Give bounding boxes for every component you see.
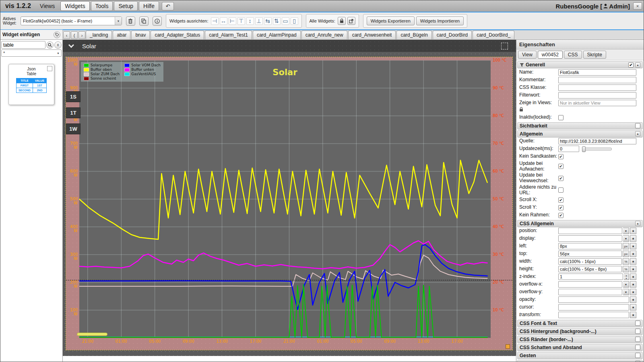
range-button-1w[interactable]: 1W (66, 123, 80, 134)
properties-tab-view[interactable]: View (518, 51, 537, 59)
property-select-overflow-x[interactable] (558, 281, 622, 288)
pin-panel-button[interactable] (54, 31, 60, 38)
section-header-sichtbarkeit[interactable]: Sichtbarkeit (517, 122, 643, 130)
section-header-css-font-text[interactable]: CSS Font & Text (517, 320, 643, 327)
delete-widget-button[interactable] (126, 16, 135, 26)
widget-search-input[interactable] (1, 41, 45, 49)
bind-state-button[interactable]: ★ (630, 258, 636, 265)
bind-state-button[interactable]: ★ (630, 243, 636, 249)
active-widget-select[interactable]: FlotGrafik[w00452] (basic - iFrame) ▼ (21, 16, 122, 25)
properties-tab-skripte[interactable]: Skripte (583, 51, 606, 59)
section-header-css-schatten-und-abstand[interactable]: CSS Schatten und Abstand (517, 344, 643, 351)
menu-item-hilfe[interactable]: Hilfe (139, 1, 159, 11)
view-tab-card-alarmpinpad[interactable]: card_AlarmPinpad (253, 31, 301, 39)
view-nav-button-2[interactable]: › (78, 31, 85, 39)
chevron-down-icon[interactable]: ▼ (623, 281, 629, 288)
chevron-down-icon[interactable]: ▼ (115, 17, 122, 25)
view-tab-card-adapter-status[interactable]: card_Adapter_Status (151, 31, 204, 39)
section-header-css-hintergrund-background[interactable]: CSS Hintergrund (background-...) (517, 328, 643, 335)
section-header-css-allgemein[interactable]: CSS Allgemein▲ (517, 220, 643, 227)
checkbox[interactable]: ✔ (558, 205, 564, 210)
bind-state-button[interactable]: ★ (630, 296, 636, 303)
checkbox[interactable] (635, 361, 640, 362)
unit-button-percent[interactable]: % (623, 258, 629, 265)
bind-state-button[interactable]: ★ (630, 289, 636, 295)
view-tab-landing[interactable]: _landing (86, 31, 112, 39)
checkbox[interactable] (635, 321, 640, 326)
update-interval-slider[interactable] (582, 148, 612, 150)
checkbox[interactable] (635, 337, 640, 342)
widget-info-button[interactable] (153, 16, 162, 26)
lock-all-widgets-button[interactable] (338, 17, 346, 25)
menu-item-widgets[interactable]: Widgets (60, 1, 90, 11)
property-input-updatezeit-ms[interactable] (558, 146, 579, 152)
range-button-1t[interactable]: 1T (66, 107, 80, 118)
property-input-quelle[interactable] (558, 138, 636, 144)
bind-state-button[interactable]: ★ (630, 251, 636, 257)
spinner-buttons[interactable]: ▲▼ (624, 274, 629, 280)
menu-item-views[interactable]: Views (35, 1, 59, 11)
property-input-height[interactable] (558, 266, 622, 272)
bind-state-button[interactable]: ★ (630, 281, 636, 288)
checkbox[interactable]: ✔ (558, 154, 564, 159)
view-tab-card-b-geln[interactable]: card_Bügeln (396, 31, 431, 39)
property-input-left[interactable] (558, 243, 622, 249)
bind-state-button[interactable]: ★ (630, 235, 636, 242)
widget-resize-handle[interactable] (506, 344, 510, 349)
open-all-widgets-button[interactable] (347, 17, 355, 25)
section-header-css-r-nder-border[interactable]: CSS Ränder (border-...) (517, 336, 643, 343)
align-right-icon[interactable]: ⊢ (229, 17, 236, 25)
bind-state-button[interactable]: ★ (630, 266, 636, 272)
property-input-css-klasse[interactable] (558, 84, 636, 91)
chevron-down-icon[interactable]: ▼ (623, 228, 629, 234)
same-width-icon[interactable]: ▭ (282, 17, 289, 25)
checkbox[interactable]: ✔ (628, 62, 634, 68)
spinner-down-icon[interactable]: ▼ (624, 277, 629, 280)
unit-button-px[interactable]: px (623, 251, 629, 257)
section-header-signalbilder[interactable]: Signalbilder (517, 360, 643, 362)
properties-tab-css[interactable]: CSS (564, 51, 582, 59)
spinner-up-icon[interactable]: ▲ (624, 274, 629, 277)
bind-state-button[interactable]: ★ (630, 304, 636, 311)
flot-chart-widget[interactable]: Solar SolarpumpeBuffor obenSolar ZUM Dac… (66, 57, 512, 350)
zoom-range-bar[interactable] (77, 333, 107, 336)
view-nav-button-1[interactable]: ( (71, 31, 78, 39)
clone-widget-button[interactable] (139, 16, 149, 26)
close-button[interactable]: × (633, 2, 642, 10)
property-input-transform[interactable] (558, 312, 629, 318)
view-tab-bnav[interactable]: bnav (131, 31, 150, 39)
property-select-overflow-y[interactable] (558, 289, 622, 295)
view-tab-card-anrufe-new[interactable]: card_Anrufe_new (301, 31, 347, 39)
align-center-v-icon[interactable]: ↕ (246, 17, 254, 25)
property-input-filterwort[interactable] (558, 92, 636, 99)
checkbox[interactable]: ✔ (558, 197, 564, 203)
checkbox[interactable] (635, 329, 640, 334)
fullscreen-icon[interactable] (501, 43, 508, 49)
property-select-display[interactable] (558, 235, 622, 242)
bind-state-button[interactable]: ★ (630, 312, 636, 318)
same-height-icon[interactable]: ▯ (291, 17, 298, 25)
property-input-kommentar[interactable] (558, 77, 636, 83)
menu-item-setup[interactable]: Setup (114, 1, 138, 11)
chevron-down-icon[interactable] (68, 42, 74, 48)
search-button[interactable] (46, 41, 54, 49)
widget-preview-json-table[interactable]: Json Table TITLEVALUEFIRST1STSECOND2ND (8, 64, 54, 105)
chevron-down-icon[interactable]: ▼ (623, 289, 629, 295)
property-input-width[interactable] (558, 258, 622, 265)
bind-state-button[interactable]: ★ (630, 274, 636, 280)
view-tab-abar[interactable]: abar (113, 31, 130, 39)
view-tab-card-anwesenheit[interactable]: card_Anwesenheit (348, 31, 396, 39)
clear-search-button[interactable]: x (54, 41, 62, 49)
bind-state-button[interactable]: ★ (630, 228, 636, 234)
align-center-h-icon[interactable]: ↔ (220, 17, 227, 25)
range-button-1s[interactable]: 1S (66, 91, 80, 102)
view-canvas[interactable]: Solar Solar SolarpumpeBuffor obenSolar Z… (63, 40, 516, 356)
section-header-gesten[interactable]: Gesten (517, 352, 643, 359)
distribute-v-icon[interactable]: ⇅ (273, 17, 281, 25)
collapse-arrow-icon[interactable]: ▲ (635, 62, 640, 68)
checkbox[interactable] (635, 123, 640, 128)
property-input-zeige-in-views[interactable] (558, 100, 636, 106)
align-top-icon[interactable]: ⊤ (237, 17, 245, 25)
property-input-cursor[interactable] (558, 304, 629, 311)
properties-tab-w00452[interactable]: w00452 (538, 51, 563, 59)
